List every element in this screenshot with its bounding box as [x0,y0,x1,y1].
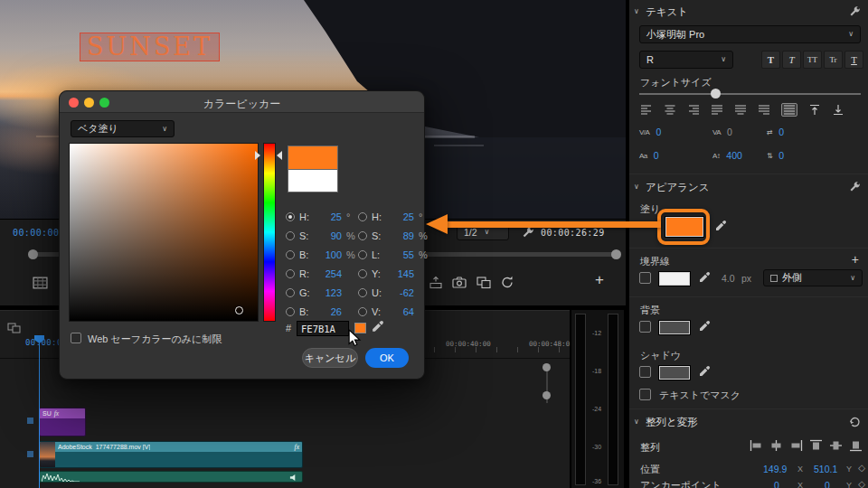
justify-all-icon[interactable] [781,103,797,117]
radio-button[interactable] [358,231,367,240]
radio-button[interactable] [358,250,367,259]
align-objects-bottom-icon[interactable] [849,439,863,452]
hex-input[interactable] [297,321,349,336]
chevron-down-icon: ∨ [721,56,726,63]
faux-bold-button[interactable]: T [761,51,780,69]
lift-icon[interactable] [429,276,443,289]
track-target-v1[interactable] [27,451,33,457]
scrollbar-left-handle[interactable] [28,249,38,259]
audio-clip[interactable] [39,471,303,483]
scrollbar-handle-top[interactable] [542,363,551,371]
saturation-brightness-field[interactable] [69,143,259,322]
graphic-clip[interactable]: SU fx [39,408,86,436]
appearance-settings-wrench-icon[interactable] [848,181,861,193]
chevron-down-icon[interactable]: ∨ [634,418,639,426]
small-caps-button[interactable]: Tr [824,51,843,69]
reset-icon[interactable] [848,416,861,428]
stroke-color-swatch[interactable] [659,272,690,286]
underline-button[interactable]: T [844,51,863,69]
stroke-width-value[interactable]: 4.0 [722,273,735,284]
radio-button[interactable] [358,288,367,297]
scrollbar-right-handle[interactable] [611,249,621,259]
stroke-position-select[interactable]: 外側 ∨ [763,269,863,286]
speaker-icon [289,474,297,482]
ok-button[interactable]: OK [365,348,409,368]
justify-last-left-icon[interactable] [709,103,725,117]
align-right-icon[interactable] [685,103,702,117]
color-selection-marker[interactable] [235,306,243,314]
hue-marker-right-icon[interactable] [277,151,282,160]
align-objects-top-icon[interactable] [809,439,823,452]
justify-last-center-icon[interactable] [732,103,749,117]
text-bottom-align-icon[interactable] [830,103,846,117]
radio-button[interactable] [358,212,367,221]
export-frame-camera-icon[interactable] [452,275,467,289]
kerning-control[interactable]: V/A 0 [639,127,661,137]
mask-with-text-checkbox[interactable] [639,389,651,400]
align-objects-vcenter-icon[interactable] [829,439,843,452]
all-caps-button[interactable]: TT [803,51,822,69]
font-size-label: フォントサイズ [640,76,712,89]
text-top-align-icon[interactable] [807,103,823,117]
radio-button[interactable] [286,212,295,221]
fill-type-select[interactable]: ベタ塗り ∨ [71,120,175,137]
shadow-checkbox[interactable] [639,366,651,378]
safe-margins-grid-icon[interactable] [33,276,48,290]
hue-slider[interactable] [263,143,276,322]
websafe-checkbox[interactable] [71,333,81,343]
radio-button[interactable] [286,231,295,240]
title-text-layer[interactable]: SUNSET [80,33,220,61]
background-color-swatch[interactable] [659,321,690,334]
faux-italic-button[interactable]: T [782,51,801,69]
loop-playback-icon[interactable] [500,275,514,289]
track-target-v2[interactable] [27,418,33,424]
position-x-value[interactable]: 149.9 [763,464,787,474]
comparison-view-icon[interactable] [476,276,491,289]
tsume-control[interactable]: ⇄ 0 [767,127,784,137]
baseline-shift-control[interactable]: Aa 0 [639,150,659,161]
shadow-color-swatch[interactable] [659,366,690,380]
align-center-icon[interactable] [662,103,678,117]
align-objects-left-icon[interactable] [750,439,763,452]
stroke-checkbox[interactable] [639,272,651,284]
radio-button[interactable] [286,307,295,316]
add-stroke-plus-icon[interactable]: + [852,253,859,266]
anchor-y-value[interactable]: 0 [825,480,830,488]
video-clip[interactable]: AdobeStock_177477288.mov [V] fx [39,441,303,468]
radio-button[interactable] [286,250,295,259]
justify-last-right-icon[interactable] [756,103,772,117]
leading-control[interactable]: A↕ 400 [712,150,742,161]
stroke-eyedropper-icon[interactable] [698,271,711,284]
chevron-down-icon: ∨ [850,275,855,282]
vertical-text-control[interactable]: ⇅ 0 [767,150,784,161]
radio-button[interactable] [286,269,295,278]
settings-wrench-icon[interactable] [521,226,534,239]
anchor-keyframe-diamond-icon[interactable]: ◇ [858,479,865,488]
chevron-down-icon[interactable]: ∨ [634,183,639,191]
radio-button[interactable] [358,307,367,316]
font-size-slider[interactable] [639,93,861,95]
chevron-down-icon[interactable]: ∨ [634,8,639,15]
radio-button[interactable] [286,288,295,297]
align-left-icon[interactable] [638,103,655,117]
align-objects-right-icon[interactable] [789,439,803,452]
radio-button[interactable] [358,269,367,278]
font-family-select[interactable]: 小塚明朝 Pro ∨ [639,25,861,43]
background-checkbox[interactable] [639,321,651,333]
background-eyedropper-icon[interactable] [698,320,711,333]
font-size-slider-handle[interactable] [711,89,721,99]
anchor-x-value[interactable]: 0 [774,480,779,488]
scrollbar-handle-bottom[interactable] [542,391,551,399]
text-settings-wrench-icon[interactable] [848,5,861,18]
shadow-eyedropper-icon[interactable] [698,365,711,378]
button-editor-plus-icon[interactable]: + [595,272,604,287]
position-y-value[interactable]: 510.1 [814,464,837,474]
cancel-button[interactable]: キャンセル [302,348,358,368]
dialog-eyedropper-icon[interactable] [371,320,384,333]
position-keyframe-diamond-icon[interactable]: ◇ [858,463,865,473]
font-style-select[interactable]: R ∨ [639,51,733,69]
hue-marker-left-icon[interactable] [255,151,260,160]
tracking-control[interactable]: VA 0 [712,127,732,137]
align-objects-hcenter-icon[interactable] [769,439,783,452]
fill-eyedropper-icon[interactable] [714,220,727,232]
